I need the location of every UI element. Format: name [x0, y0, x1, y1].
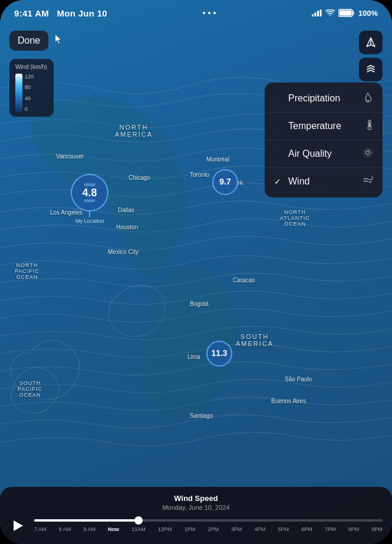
scale-0: 0: [25, 106, 34, 112]
dropdown-item-precipitation-left: Precipitation: [274, 93, 340, 104]
layers-icon: [365, 64, 376, 75]
status-right: 100%: [312, 9, 378, 18]
cursor-icon: [53, 34, 65, 48]
temperature-icon: [366, 120, 373, 133]
air-quality-label: Air Quality: [288, 149, 332, 159]
top-left-controls: Done: [9, 31, 65, 51]
time-5pm: 5PM: [278, 526, 289, 532]
wind-scale: 120 80 40 0: [15, 74, 48, 112]
time-7am: 7 AM: [34, 526, 47, 532]
dropdown-item-temperature-left: Temperature: [274, 121, 341, 131]
device-frame: NORTHAMERICA SOUTHAMERICA NorthAtlanticO…: [0, 0, 392, 544]
dropdown-item-air-quality[interactable]: Air Quality: [265, 140, 383, 168]
location-arrow-icon: [365, 37, 376, 48]
player-controls: 7 AM 8 AM 9 AM Now 11AM 12PM 1PM 2PM 3PM…: [9, 517, 383, 535]
time-1pm: 1PM: [185, 526, 196, 532]
status-center: [203, 12, 216, 14]
time-2pm: 2PM: [207, 526, 219, 532]
svg-rect-6: [353, 11, 354, 15]
timeline-thumb[interactable]: [134, 516, 143, 525]
layers-button[interactable]: [359, 58, 383, 81]
wind-checkmark: ✓: [274, 177, 281, 186]
dropdown-item-wind[interactable]: ✓ Wind: [265, 168, 383, 195]
top-right-controls: [359, 31, 383, 81]
svg-point-13: [364, 149, 371, 156]
my-location-text: My Location: [75, 218, 104, 224]
play-button[interactable]: [9, 517, 27, 535]
time-11am: 11AM: [131, 526, 146, 532]
time-now: Now: [108, 526, 119, 532]
scale-120: 120: [25, 74, 34, 80]
svg-point-12: [366, 151, 370, 154]
dropdown-item-temperature[interactable]: Temperature: [265, 113, 383, 140]
layer-dropdown: Precipitation Temperature: [265, 83, 383, 197]
location-button[interactable]: [359, 31, 383, 54]
dot3: [213, 12, 216, 14]
map-background: NORTHAMERICA SOUTHAMERICA NorthAtlanticO…: [0, 0, 392, 544]
wind-legend: Wind (km/h) 120 80 40 0: [9, 59, 54, 117]
wind-lines-svg: [0, 0, 392, 544]
svg-rect-0: [312, 14, 314, 17]
timeline-progress: [34, 519, 139, 522]
wifi-icon: [325, 9, 335, 17]
done-button[interactable]: Done: [9, 31, 48, 51]
battery-text: 100%: [358, 9, 378, 18]
precipitation-label: Precipitation: [288, 93, 340, 104]
temperature-label: Temperature: [288, 121, 341, 131]
svg-rect-1: [314, 12, 316, 17]
wind-label: Wind: [288, 176, 309, 187]
play-triangle-icon: [14, 520, 23, 531]
time-9am: 9 AM: [83, 526, 95, 532]
player-subtitle: Monday, June 10, 2024: [9, 504, 383, 511]
dot1: [203, 12, 205, 14]
bottom-player: Wind Speed Monday, June 10, 2024 7 AM 8 …: [0, 487, 392, 544]
timeline-container: 7 AM 8 AM 9 AM Now 11AM 12PM 1PM 2PM 3PM…: [34, 519, 383, 532]
wind-legend-title: Wind (km/h): [15, 64, 48, 70]
time-8pm: 8PM: [348, 526, 360, 532]
wind-icon: [363, 175, 373, 188]
dropdown-item-air-quality-left: Air Quality: [274, 149, 332, 159]
time-3pm: 3PM: [231, 526, 242, 532]
dropdown-item-wind-left: ✓ Wind: [274, 176, 309, 187]
dot2: [208, 12, 210, 14]
timeline-track[interactable]: [34, 519, 383, 522]
scale-80: 80: [25, 84, 34, 90]
time-7pm: 7PM: [325, 526, 336, 532]
time-6pm: 6PM: [301, 526, 312, 532]
signal-icon: [312, 9, 322, 17]
time-12pm: 12PM: [158, 526, 172, 532]
battery-icon: [338, 9, 355, 17]
time-4pm: 4PM: [255, 526, 266, 532]
svg-rect-2: [317, 11, 319, 17]
timeline-labels: 7 AM 8 AM 9 AM Now 11AM 12PM 1PM 2PM 3PM…: [34, 526, 383, 532]
svg-rect-5: [339, 11, 351, 16]
player-title: Wind Speed: [9, 494, 383, 503]
dropdown-item-precipitation[interactable]: Precipitation: [265, 85, 383, 113]
status-bar: 9:41 AM Mon Jun 10: [0, 0, 392, 26]
time-8am: 8 AM: [59, 526, 71, 532]
wind-bar: [15, 74, 22, 112]
precipitation-icon: [363, 92, 373, 105]
svg-rect-3: [319, 9, 321, 17]
status-time: 9:41 AM Mon Jun 10: [14, 8, 107, 18]
time-9pm: 9PM: [371, 526, 383, 532]
scale-40: 40: [25, 95, 34, 101]
wind-scale-labels: 120 80 40 0: [25, 74, 34, 112]
air-quality-icon: [363, 147, 373, 160]
